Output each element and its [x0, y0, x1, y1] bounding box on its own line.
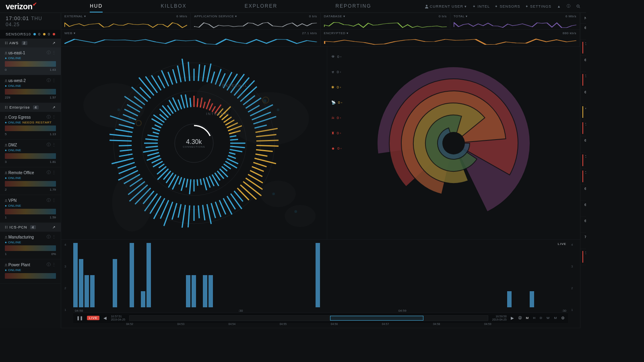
event-row[interactable]: 75Critical C2 / …ost: 172.16.3.2Compromi…	[580, 233, 586, 249]
timeline-bar	[147, 243, 151, 307]
sparkline-external[interactable]: EXTERNAL ▾6 Mb/s	[61, 13, 191, 30]
svg-point-0	[426, 5, 427, 6]
zoom-mode-H[interactable]: H	[533, 316, 536, 320]
threat-metric-burst[interactable]: ✺0 ◦	[331, 85, 343, 89]
scrub-range[interactable]	[330, 316, 423, 321]
eye-icon: 👁	[331, 55, 335, 59]
bug-icon: ☣	[331, 70, 334, 74]
sensor-card[interactable]: ⎍ VPN ⓘ ⋮● ONLINE11.59	[0, 195, 61, 223]
zoom-mode-D[interactable]: D	[540, 316, 543, 320]
current-user-menu[interactable]: CURRENT USER ▾	[425, 4, 467, 8]
event-row[interactable]: 65Probable C2 … 92.168.10.55Malicious Co…	[580, 56, 586, 72]
sensor-card[interactable]: ⎍ Power Plant ⓘ ⋮● ONLINE	[0, 259, 61, 284]
nav-sensors[interactable]: ✦ SENSORS	[495, 4, 520, 8]
threat-metric-eye[interactable]: 👁0 ◦	[331, 55, 343, 59]
svg-point-14	[295, 210, 297, 213]
svg-point-8	[285, 205, 316, 227]
tab-reporting[interactable]: REPORTING	[335, 0, 371, 12]
zoom-mode-W[interactable]: W	[547, 316, 550, 320]
threat-metric-mask[interactable]: ☻0 ◦	[331, 146, 343, 150]
jump-now-button[interactable]: ⦿	[518, 316, 522, 320]
threat-metric-antenna[interactable]: 📡0 ◦	[331, 101, 343, 105]
svg-point-10	[128, 117, 131, 120]
tab-hud[interactable]: HUD	[90, 0, 103, 12]
event-row[interactable]: 65Probable C2 … 2.168.10.219Malicious Co…	[580, 217, 586, 233]
event-row[interactable]: 65Probable C2 … 2.168.10.150Malicious Co…	[580, 185, 586, 201]
radial-center-metric: 4.30k CONNECTIONS	[183, 138, 205, 148]
svg-point-15	[136, 120, 141, 125]
sensor-card[interactable]: ⎍ us-east-1 ⓘ ⋮● ONLINE01.63	[0, 47, 61, 75]
skull-icon: ☠	[331, 116, 334, 120]
step-fwd-button[interactable]: ▶	[511, 316, 514, 320]
scrub-track[interactable]: 04:5204:5304:5404:5504:5604:5704:5804:59	[129, 315, 488, 321]
event-row[interactable]: 65Probable C2 … 2.168.10.160Malicious Co…	[580, 88, 586, 104]
event-row[interactable]: 75Critical C2 …t: 172.16.4.197Compromise…	[580, 72, 586, 88]
event-row[interactable]: 75Critical C2 …t: 172.16.4.229Compromise…	[580, 249, 586, 265]
event-row[interactable]: 75Critical C2 …t: 172.16.1.121Compromise…	[580, 169, 586, 185]
sensor-card[interactable]: ⎍ Corp Egress ⓘ ⋮● ONLINE NEEDS RESTART5…	[0, 112, 61, 140]
timeline-bar	[73, 243, 78, 307]
tab-explorer[interactable]: EXPLORER	[245, 0, 277, 12]
sensor-group-aws[interactable]: ⁞⁞ AWS 2↗	[0, 39, 61, 47]
timeline-settings-icon[interactable]: ⚙	[561, 316, 565, 320]
info-icon[interactable]: ⓘ	[567, 4, 571, 9]
svg-point-12	[277, 109, 280, 111]
spiral-chart	[377, 67, 530, 220]
svg-line-2	[579, 7, 580, 8]
timeline-bar	[186, 275, 190, 307]
sparkline-total[interactable]: TOTAL ▾6 Mb/s	[450, 13, 580, 30]
svg-point-1	[577, 5, 579, 7]
sparkline-application-service[interactable]: APPLICATION SERVICE ▾0 b/s	[191, 13, 320, 30]
pause-button[interactable]: ❚❚	[76, 316, 83, 320]
sensors-header: SENSORS 10 0 0	[0, 30, 61, 39]
event-row[interactable]: 65Probable C2 … 2.168.10.201Malicious Co…	[580, 24, 586, 40]
radial-connections-panel[interactable]: EXTERNALINTERNAL 4.30k CONNECTIONS	[61, 47, 327, 239]
timeline-bar	[85, 275, 89, 307]
event-row[interactable]: 75Critical C2 …t: 172.16.2.236Compromise…	[580, 152, 586, 169]
timeline-bar	[79, 259, 83, 307]
events-header[interactable]: NEW EVENTS ▾	[580, 13, 586, 24]
timeline-bar	[507, 291, 512, 307]
sensor-card[interactable]: ⎍ Manufacturing ⓘ ⋮● ONLINE10%	[0, 232, 61, 259]
threat-metric-bug[interactable]: ☣0 ◦	[331, 70, 343, 74]
timeline-panel[interactable]: 4321 4321 LIVE 04:58:3004:59:30 ❚❚ LIVE …	[61, 240, 580, 328]
brand-logo: verizon✔	[6, 1, 37, 11]
event-row[interactable]: 65Probable C2 … 2.168.10.112Malicious Fl…	[580, 136, 586, 152]
step-back-button[interactable]: ◀	[103, 316, 107, 320]
sensor-card[interactable]: ⎍ DMZ ⓘ ⋮● ONLINE31.81	[0, 140, 61, 167]
zoom-mode-M[interactable]: M	[554, 316, 557, 320]
nav-intel[interactable]: ✦ INTEL	[473, 4, 490, 8]
timeline-bar	[90, 275, 95, 307]
svg-point-9	[118, 109, 120, 111]
sensor-card[interactable]: ⎍ Remote Office ⓘ ⋮● ONLINE21.79	[0, 167, 61, 195]
sparkline-encrypted[interactable]: ENCRYPTED ▾880 kb/s	[321, 30, 580, 47]
tab-killbox[interactable]: KILLBOX	[161, 0, 186, 12]
timeline-bar	[316, 243, 320, 307]
mask-icon: ☻	[331, 146, 335, 150]
help-icon[interactable]: ▲	[557, 4, 561, 8]
event-row[interactable]: 75Critical C2 …t: 172.16.1.177Compromise…	[580, 120, 586, 136]
sparkline-web[interactable]: WEB ▾27.1 kb/s	[61, 30, 321, 47]
timeline-bar	[113, 259, 117, 307]
timeline-bar	[192, 275, 196, 307]
burst-icon: ✺	[331, 85, 334, 89]
search-icon[interactable]	[576, 4, 580, 8]
threat-metric-skull[interactable]: ☠0 ◦	[331, 116, 343, 120]
timeline-bar	[203, 275, 207, 307]
nav-settings[interactable]: ✦ SETTINGS	[525, 4, 552, 8]
spiral-threat-panel[interactable]: 👁0 ◦☣0 ◦✺0 ◦📡0 ◦☠0 ◦♜0 ◦☻0 ◦	[327, 47, 580, 239]
timeline-bar	[208, 275, 213, 307]
event-row[interactable]: 75Critical C2 …t: 172.16.2.109Compromise…	[580, 40, 586, 56]
sensor-group-ics-pcn[interactable]: ⁞⁞ ICS-PCN 4↗	[0, 223, 61, 232]
event-row[interactable]: 65Probable C2 … 2.168.10.131Malicious Co…	[580, 201, 586, 217]
fort-icon: ♜	[331, 131, 334, 135]
sensor-group-enterprise[interactable]: ⁞⁞ Enterprise 4↗	[0, 103, 61, 112]
antenna-icon: 📡	[331, 101, 336, 105]
sparkline-database[interactable]: DATABASE ▾0 b/s	[321, 13, 450, 30]
zoom-mode-M[interactable]: M	[526, 316, 529, 320]
threat-metric-fort[interactable]: ♜0 ◦	[331, 131, 343, 135]
live-pill[interactable]: LIVE	[87, 316, 99, 320]
event-row[interactable]: 44Suspicious D… 10.84.50.63Killchain Esc…	[580, 104, 586, 120]
sensor-card[interactable]: ⎍ us-west-2 ⓘ ⋮● ONLINE2291.57	[0, 75, 61, 103]
clock: 17:00:01 THU 04.25	[0, 13, 61, 30]
